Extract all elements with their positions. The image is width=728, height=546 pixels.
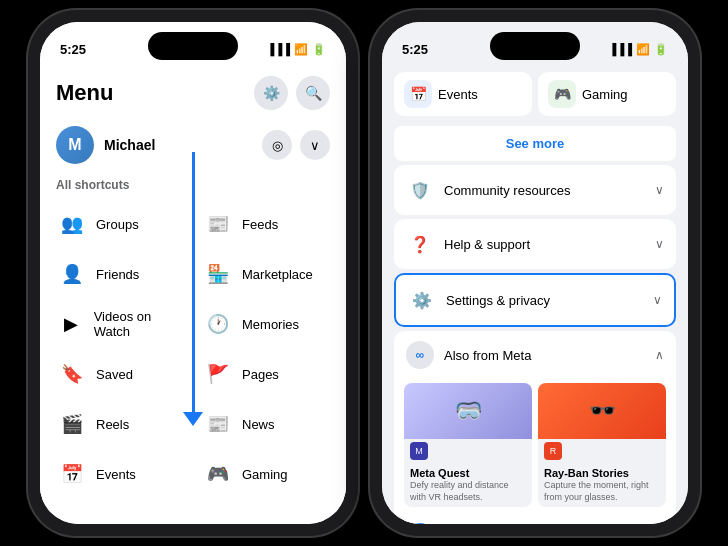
also-from-meta-section: ∞ Also from Meta ∧ 🥽 M Meta Quest Defy r…: [394, 331, 676, 524]
list-item[interactable]: 📰 News: [194, 400, 338, 448]
pages-icon: 🚩: [202, 358, 234, 390]
ray-ban-card[interactable]: 🕶️ R Ray-Ban Stories Capture the moment,…: [538, 383, 666, 507]
signal-icon: ▐▐▐: [267, 43, 290, 55]
signal-icon: ▐▐▐: [609, 43, 632, 55]
ray-ban-info: Ray-Ban Stories Capture the moment, righ…: [538, 463, 666, 507]
shortcut-label: Events: [96, 467, 136, 482]
gaming-ql-icon: 🎮: [548, 80, 576, 108]
vertical-line: [192, 152, 195, 412]
settings-privacy-row[interactable]: ⚙️ Settings & privacy ∨: [396, 275, 674, 325]
also-from-meta-header[interactable]: ∞ Also from Meta ∧: [394, 331, 676, 379]
saved-icon: 🔖: [56, 358, 88, 390]
shortcut-label: News: [242, 417, 275, 432]
messenger-icon: 💬: [406, 523, 434, 524]
battery-icon: 🔋: [312, 43, 326, 56]
list-item[interactable]: 📅 Events: [48, 450, 192, 498]
meta-quest-info: Meta Quest Defy reality and distance wit…: [404, 463, 532, 507]
events-ql-label: Events: [438, 87, 478, 102]
community-resources-row[interactable]: 🛡️ Community resources ∨: [394, 165, 676, 215]
shortcut-label: Gaming: [242, 467, 288, 482]
chevron-down-icon: ∨: [655, 183, 664, 197]
header-icons: ⚙️ 🔍: [254, 76, 330, 110]
community-resources-label: Community resources: [444, 183, 645, 198]
story-icon[interactable]: ◎: [262, 130, 292, 160]
right-phone: 5:25 ▐▐▐ 📶 🔋 📅 Events 🎮 Gaming See m: [370, 10, 700, 536]
menu-title: Menu: [56, 80, 113, 106]
messenger-row[interactable]: 💬 Messenger: [394, 515, 676, 524]
list-item[interactable]: 📰 Feeds: [194, 200, 338, 248]
arrow-down-icon: [183, 412, 203, 426]
profile-actions: ◎ ∨: [262, 130, 330, 160]
meta-quest-card[interactable]: 🥽 M Meta Quest Defy reality and distance…: [404, 383, 532, 507]
gaming-quick-link[interactable]: 🎮 Gaming: [538, 72, 676, 116]
shortcut-label: Feeds: [242, 217, 278, 232]
shortcut-label: Groups: [96, 217, 139, 232]
menu-header: Menu ⚙️ 🔍: [40, 66, 346, 118]
events-ql-icon: 📅: [404, 80, 432, 108]
shortcut-label: Memories: [242, 317, 299, 332]
shortcut-label: Marketplace: [242, 267, 313, 282]
right-status-icons: ▐▐▐ 📶 🔋: [609, 43, 668, 56]
events-icon: 📅: [56, 458, 88, 490]
ray-ban-desc: Capture the moment, right from your glas…: [544, 480, 660, 503]
shortcut-label: Reels: [96, 417, 129, 432]
left-phone: 5:25 ▐▐▐ 📶 🔋 Menu ⚙️ 🔍 M Michael: [28, 10, 358, 536]
search-button[interactable]: 🔍: [296, 76, 330, 110]
gaming-icon: 🎮: [202, 458, 234, 490]
list-item[interactable]: 🎬 Reels: [48, 400, 192, 448]
help-icon: ❓: [406, 230, 434, 258]
dynamic-island-right: [490, 32, 580, 60]
community-icon: 🛡️: [406, 176, 434, 204]
list-item[interactable]: 👥 Groups: [48, 200, 192, 248]
reels-icon: 🎬: [56, 408, 88, 440]
right-status-time: 5:25: [402, 42, 428, 57]
memories-icon: 🕐: [202, 308, 234, 340]
left-status-icons: ▐▐▐ 📶 🔋: [267, 43, 326, 56]
scroll-arrow: [183, 152, 203, 426]
settings-icon: ⚙️: [408, 286, 436, 314]
dynamic-island-left: [148, 32, 238, 60]
meta-quest-app-icon: M: [410, 442, 428, 460]
meta-quest-title: Meta Quest: [410, 467, 526, 479]
settings-privacy-label: Settings & privacy: [446, 293, 643, 308]
meta-products-grid: 🥽 M Meta Quest Defy reality and distance…: [394, 379, 676, 515]
shortcut-label: Pages: [242, 367, 279, 382]
help-support-section: ❓ Help & support ∨: [394, 219, 676, 269]
profile-name: Michael: [104, 137, 252, 153]
settings-privacy-section: ⚙️ Settings & privacy ∨: [394, 273, 676, 327]
list-item[interactable]: 🔖 Saved: [48, 350, 192, 398]
wifi-icon: 📶: [294, 43, 308, 56]
left-status-time: 5:25: [60, 42, 86, 57]
list-item[interactable]: 🏪 Marketplace: [194, 250, 338, 298]
help-support-row[interactable]: ❓ Help & support ∨: [394, 219, 676, 269]
feeds-icon: 📰: [202, 208, 234, 240]
ray-ban-title: Ray-Ban Stories: [544, 467, 660, 479]
videos-icon: ▶: [56, 308, 86, 340]
shortcut-label: Videos on Watch: [94, 309, 184, 339]
quick-links: 📅 Events 🎮 Gaming: [382, 66, 688, 122]
list-item[interactable]: 👤 Friends: [48, 250, 192, 298]
settings-button[interactable]: ⚙️: [254, 76, 288, 110]
shortcut-label: Saved: [96, 367, 133, 382]
chevron-down-icon: ∨: [655, 237, 664, 251]
community-resources-section: 🛡️ Community resources ∨: [394, 165, 676, 215]
ray-ban-app-icon: R: [544, 442, 562, 460]
marketplace-icon: 🏪: [202, 258, 234, 290]
list-item[interactable]: 🎮 Gaming: [194, 450, 338, 498]
shortcut-label: Friends: [96, 267, 139, 282]
meta-quest-desc: Defy reality and distance with VR headse…: [410, 480, 526, 503]
list-item[interactable]: ▶ Videos on Watch: [48, 300, 192, 348]
events-quick-link[interactable]: 📅 Events: [394, 72, 532, 116]
see-more-button[interactable]: See more: [394, 126, 676, 161]
list-item[interactable]: 🚩 Pages: [194, 350, 338, 398]
chevron-down-icon: ∨: [653, 293, 662, 307]
meta-quest-image: 🥽: [404, 383, 532, 439]
gaming-ql-label: Gaming: [582, 87, 628, 102]
chevron-down-icon[interactable]: ∨: [300, 130, 330, 160]
meta-logo-icon: ∞: [406, 341, 434, 369]
news-icon: 📰: [202, 408, 234, 440]
list-item[interactable]: 🕐 Memories: [194, 300, 338, 348]
friends-icon: 👤: [56, 258, 88, 290]
ray-ban-image: 🕶️: [538, 383, 666, 439]
battery-icon: 🔋: [654, 43, 668, 56]
